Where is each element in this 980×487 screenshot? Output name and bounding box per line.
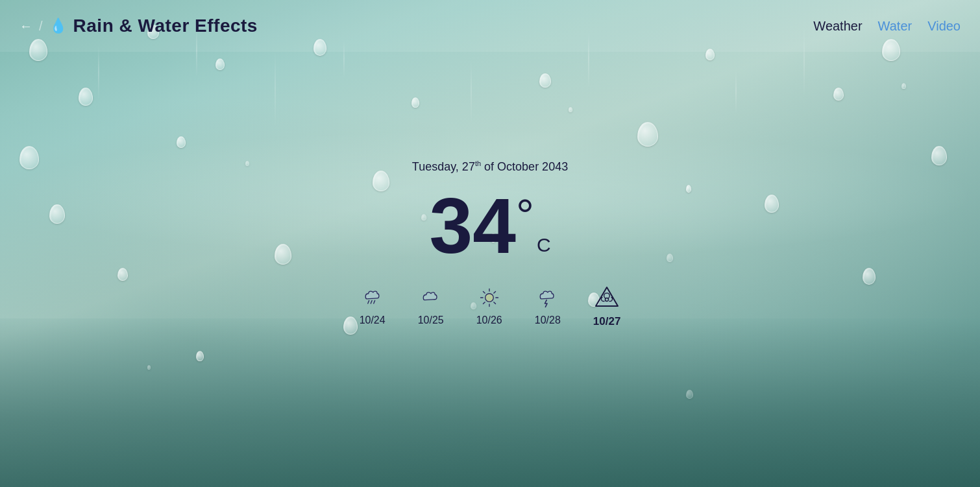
nav-water[interactable]: Water bbox=[878, 19, 913, 34]
app-title: Rain & Water Effects bbox=[73, 16, 258, 36]
breadcrumb-slash: / bbox=[39, 19, 43, 34]
svg-line-9 bbox=[494, 302, 496, 303]
forecast-item-1024[interactable]: 10/24 bbox=[360, 286, 386, 326]
water-drop-icon: 💧 bbox=[49, 18, 67, 34]
forecast-item-1026[interactable]: 10/26 bbox=[476, 286, 502, 326]
forecast-date-1024: 10/24 bbox=[360, 315, 386, 326]
svg-point-3 bbox=[485, 293, 493, 302]
back-button[interactable]: ← bbox=[19, 19, 32, 34]
forecast-item-1028[interactable]: 10/28 bbox=[535, 286, 561, 326]
forecast-row: 10/24 10/25 10/26 bbox=[360, 284, 621, 328]
svg-line-11 bbox=[483, 302, 485, 303]
degree-symbol: ° bbox=[516, 193, 534, 239]
svg-marker-12 bbox=[596, 287, 618, 306]
svg-line-0 bbox=[367, 300, 369, 303]
sun-icon bbox=[478, 286, 501, 309]
forecast-date-1025: 10/25 bbox=[418, 315, 444, 326]
warning-icon bbox=[594, 284, 620, 310]
forecast-item-1025[interactable]: 10/25 bbox=[418, 286, 444, 326]
main-content: Tuesday, 27th of October 2043 34 ° C 10/… bbox=[0, 0, 980, 487]
svg-line-1 bbox=[371, 300, 372, 303]
temperature-display: 34 ° C bbox=[429, 187, 550, 265]
forecast-date-1026: 10/26 bbox=[476, 315, 502, 326]
nav-weather[interactable]: Weather bbox=[813, 19, 862, 34]
header-left: ← / 💧 Rain & Water Effects bbox=[19, 16, 258, 36]
nav-video[interactable]: Video bbox=[927, 19, 961, 34]
header: ← / 💧 Rain & Water Effects Weather Water… bbox=[0, 0, 980, 52]
temperature-value: 34 bbox=[429, 187, 515, 265]
forecast-date-1028: 10/28 bbox=[535, 315, 561, 326]
header-nav: Weather Water Video bbox=[813, 19, 961, 34]
temperature-unit: C bbox=[537, 235, 551, 255]
svg-line-2 bbox=[373, 300, 374, 303]
svg-line-10 bbox=[494, 291, 496, 293]
storm-cloud-icon bbox=[536, 286, 559, 309]
forecast-item-1027[interactable]: 10/27 bbox=[593, 284, 621, 328]
date-label: Tuesday, 27th of October 2043 bbox=[412, 160, 568, 174]
cloud-icon bbox=[419, 286, 443, 309]
svg-line-8 bbox=[483, 291, 485, 293]
date-sup: th bbox=[475, 160, 481, 167]
forecast-date-1027: 10/27 bbox=[593, 315, 621, 328]
rain-cloud-icon bbox=[361, 286, 384, 309]
